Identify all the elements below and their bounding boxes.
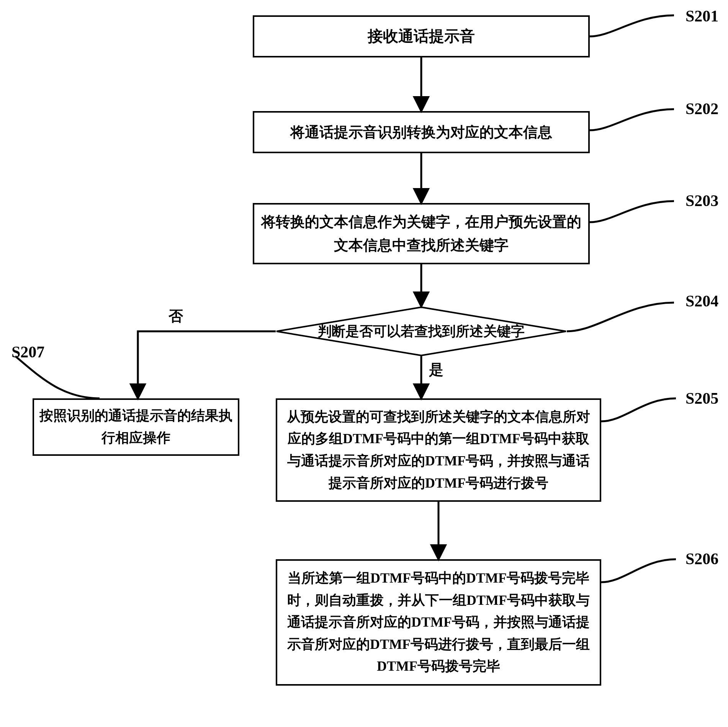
step-s205: 从预先设置的可查找到所述关键字的文本信息所对应的多组DTMF号码中的第一组DTM…: [276, 398, 601, 502]
label-s206: S206: [685, 550, 718, 568]
step-text: 接收通话提示音: [368, 24, 475, 49]
label-s201: S201: [685, 7, 718, 25]
step-s203: 将转换的文本信息作为关键字，在用户预先设置的文本信息中查找所述关键字: [253, 203, 590, 264]
label-s202: S202: [685, 100, 718, 118]
decision-text: 判断是否可以若查找到所述关键字: [318, 322, 525, 341]
label-s205: S205: [685, 389, 718, 408]
leader-s206: [601, 552, 689, 598]
leader-s202: [590, 102, 689, 147]
step-s201: 接收通话提示音: [253, 15, 590, 57]
label-s207: S207: [11, 343, 44, 361]
step-s207: 按照识别的通话提示音的结果执行相应操作: [33, 398, 239, 456]
leader-s201: [590, 8, 689, 54]
label-s204: S204: [685, 292, 718, 310]
step-s206: 当所述第一组DTMF号码中的DTMF号码拨号完毕时，则自动重拨，并从下一组DTM…: [276, 559, 601, 686]
label-s203: S203: [685, 192, 718, 210]
step-text: 将转换的文本信息作为关键字，在用户预先设置的文本信息中查找所述关键字: [258, 210, 584, 257]
branch-no: 否: [169, 306, 183, 326]
step-text: 从预先设置的可查找到所述关键字的文本信息所对应的多组DTMF号码中的第一组DTM…: [281, 406, 596, 494]
leader-s203: [590, 193, 689, 239]
decision-s204: 判断是否可以若查找到所述关键字: [276, 306, 567, 356]
step-text: 当所述第一组DTMF号码中的DTMF号码拨号完毕时，则自动重拨，并从下一组DTM…: [281, 567, 596, 678]
step-s202: 将通话提示音识别转换为对应的文本信息: [253, 111, 590, 153]
leader-s205: [601, 391, 689, 437]
branch-yes: 是: [429, 360, 443, 380]
leader-s204: [567, 295, 689, 337]
step-text: 按照识别的通话提示音的结果执行相应操作: [38, 405, 234, 449]
step-text: 将通话提示音识别转换为对应的文本信息: [290, 121, 552, 144]
